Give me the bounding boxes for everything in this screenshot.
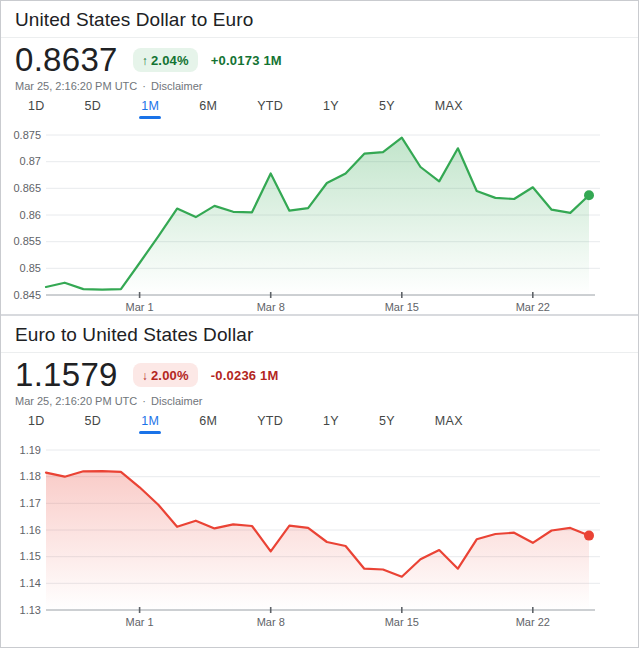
change-percent-badge: ↑ 2.04% xyxy=(133,48,198,72)
svg-text:Mar 8: Mar 8 xyxy=(257,616,285,628)
svg-text:0.87: 0.87 xyxy=(20,155,41,167)
page-title: Euro to United States Dollar xyxy=(1,316,638,353)
tab-1d[interactable]: 1D xyxy=(28,99,45,119)
tab-5d[interactable]: 5D xyxy=(85,414,102,434)
timestamp-text: Mar 25, 2:16:20 PM UTC xyxy=(15,80,137,92)
range-tabs: 1D 5D 1M 6M YTD 1Y 5Y MAX xyxy=(1,407,638,434)
finance-widget: United States Dollar to Euro 0.8637 ↑ 2.… xyxy=(0,0,639,648)
up-arrow-icon: ↑ xyxy=(142,54,148,68)
svg-text:1.13: 1.13 xyxy=(20,604,41,616)
svg-text:1.19: 1.19 xyxy=(20,444,41,456)
tab-5y[interactable]: 5Y xyxy=(379,99,395,119)
svg-text:1.16: 1.16 xyxy=(20,524,41,536)
change-percent: 2.00% xyxy=(151,368,189,383)
separator-dot: · xyxy=(142,395,146,407)
eur-usd-chart[interactable]: 1.131.141.151.161.171.181.19Mar 1Mar 8Ma… xyxy=(1,434,633,629)
timestamp-text: Mar 25, 2:16:20 PM UTC xyxy=(15,395,137,407)
tab-ytd[interactable]: YTD xyxy=(257,414,283,434)
disclaimer-link[interactable]: Disclaimer xyxy=(151,80,202,92)
tab-ytd[interactable]: YTD xyxy=(257,99,283,119)
disclaimer-link[interactable]: Disclaimer xyxy=(151,395,202,407)
svg-text:0.865: 0.865 xyxy=(13,182,41,194)
tab-1y[interactable]: 1Y xyxy=(323,414,339,434)
timestamp-row: Mar 25, 2:16:20 PM UTC · Disclaimer xyxy=(1,77,638,92)
tab-6m[interactable]: 6M xyxy=(199,99,217,119)
svg-text:0.86: 0.86 xyxy=(20,209,41,221)
price-section: 1.1579 ↓ 2.00% -0.0236 1M xyxy=(1,353,638,392)
tab-5y[interactable]: 5Y xyxy=(379,414,395,434)
svg-text:Mar 15: Mar 15 xyxy=(385,616,419,628)
svg-text:Mar 22: Mar 22 xyxy=(516,301,550,313)
price-section: 0.8637 ↑ 2.04% +0.0173 1M xyxy=(1,38,638,77)
svg-text:1.14: 1.14 xyxy=(20,577,41,589)
usd-eur-card: United States Dollar to Euro 0.8637 ↑ 2.… xyxy=(1,1,638,316)
svg-text:1.17: 1.17 xyxy=(20,497,41,509)
tab-1m[interactable]: 1M xyxy=(141,414,159,434)
price-value: 1.1579 xyxy=(15,358,118,392)
change-percent-badge: ↓ 2.00% xyxy=(133,363,198,387)
page-title: United States Dollar to Euro xyxy=(1,1,638,38)
separator-dot: · xyxy=(142,80,146,92)
svg-text:0.845: 0.845 xyxy=(13,289,41,301)
tab-max[interactable]: MAX xyxy=(435,414,463,434)
svg-text:0.85: 0.85 xyxy=(20,262,41,274)
timestamp-row: Mar 25, 2:16:20 PM UTC · Disclaimer xyxy=(1,392,638,407)
svg-text:1.15: 1.15 xyxy=(20,550,41,562)
svg-text:Mar 22: Mar 22 xyxy=(516,616,550,628)
eur-usd-card: Euro to United States Dollar 1.1579 ↓ 2.… xyxy=(1,316,638,629)
down-arrow-icon: ↓ xyxy=(142,369,148,383)
svg-text:Mar 1: Mar 1 xyxy=(126,616,154,628)
range-tabs: 1D 5D 1M 6M YTD 1Y 5Y MAX xyxy=(1,92,638,119)
svg-text:0.855: 0.855 xyxy=(13,235,41,247)
tab-1m[interactable]: 1M xyxy=(141,99,159,119)
change-absolute: -0.0236 1M xyxy=(211,368,279,383)
tab-max[interactable]: MAX xyxy=(435,99,463,119)
tab-1d[interactable]: 1D xyxy=(28,414,45,434)
tab-1y[interactable]: 1Y xyxy=(323,99,339,119)
change-percent: 2.04% xyxy=(151,53,189,68)
svg-text:Mar 1: Mar 1 xyxy=(126,301,154,313)
price-value: 0.8637 xyxy=(15,43,118,77)
svg-text:1.18: 1.18 xyxy=(20,470,41,482)
change-absolute: +0.0173 1M xyxy=(211,53,282,68)
svg-text:Mar 8: Mar 8 xyxy=(257,301,285,313)
svg-text:Mar 15: Mar 15 xyxy=(385,301,419,313)
tab-6m[interactable]: 6M xyxy=(199,414,217,434)
usd-eur-chart[interactable]: 0.8450.850.8550.860.8650.870.875Mar 1Mar… xyxy=(1,119,633,314)
tab-5d[interactable]: 5D xyxy=(85,99,102,119)
svg-text:0.875: 0.875 xyxy=(13,129,41,141)
